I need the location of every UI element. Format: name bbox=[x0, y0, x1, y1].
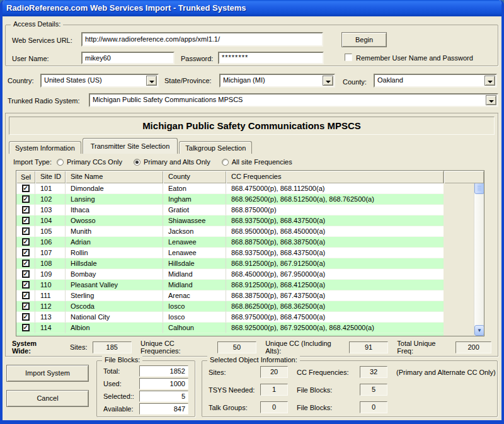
table-row[interactable]: ✓ 103 Ithaca Gratiot 868.875000(p) bbox=[16, 205, 444, 215]
table-row[interactable]: ✓ 112 Oscoda Iosco 868.862500(p), 868.36… bbox=[16, 301, 444, 312]
county-cell: Lenawee bbox=[163, 248, 226, 258]
site-id-cell: 113 bbox=[35, 312, 66, 323]
sw-unique-cc-value: 50 bbox=[217, 341, 256, 353]
table-row[interactable]: ✓ 114 Albion Calhoun 868.925000(p), 867.… bbox=[16, 323, 444, 333]
table-row[interactable]: ✓ 101 Dimondale Eaton 868.475000(p), 868… bbox=[16, 183, 444, 194]
table-row[interactable]: ✓ 104 Owosso Shiawassee 868.937500(p), 8… bbox=[16, 215, 444, 226]
selected-object-info-group: Selected Object Information: Sites: 20 C… bbox=[202, 360, 498, 417]
table-row[interactable]: ✓ 110 Pleasant Valley Midland 868.912500… bbox=[16, 280, 444, 290]
country-combo[interactable]: United States (US) bbox=[40, 74, 159, 88]
county-cell: Jackson bbox=[163, 226, 226, 237]
country-dropdown-button[interactable] bbox=[146, 76, 157, 86]
access-details-label: Access Details: bbox=[11, 20, 63, 28]
site-name-cell: Dimondale bbox=[66, 183, 163, 194]
url-label: Web Services URL: bbox=[12, 37, 72, 44]
row-select-checkbox[interactable]: ✓ bbox=[22, 185, 30, 192]
table-row[interactable]: ✓ 105 Munith Jackson 868.950000(p), 868.… bbox=[16, 226, 444, 237]
si-tsys-value: 1 bbox=[260, 384, 288, 396]
scrollbar-thumb[interactable] bbox=[474, 182, 484, 194]
cc-frequencies-cell: 868.912500(p), 867.912500(a) bbox=[226, 258, 444, 269]
radio-primary-and-alts-only[interactable] bbox=[134, 159, 140, 166]
table-row[interactable]: ✓ 107 Rollin Lenawee 868.937500(p), 868.… bbox=[16, 248, 444, 258]
county-cell: Hillsdale bbox=[163, 258, 226, 269]
row-select-checkbox[interactable]: ✓ bbox=[22, 324, 30, 331]
scrollbar-down-button[interactable]: ▼ bbox=[474, 325, 484, 336]
cancel-button[interactable]: Cancel bbox=[6, 390, 89, 407]
state-combo[interactable]: Michigan (MI) bbox=[219, 74, 335, 88]
site-id-cell: 102 bbox=[35, 194, 66, 205]
row-select-checkbox[interactable]: ✓ bbox=[22, 260, 30, 267]
row-select-checkbox[interactable]: ✓ bbox=[22, 292, 30, 299]
url-input[interactable]: http://www.radioreference.com/apps/xml1.… bbox=[81, 32, 323, 47]
column-header-site-id[interactable]: Site ID bbox=[35, 171, 66, 183]
row-select-checkbox[interactable]: ✓ bbox=[22, 313, 30, 321]
sw-unique-cc-label: Unique CC Frequencies: bbox=[140, 340, 212, 355]
password-input[interactable]: ******** bbox=[218, 52, 324, 64]
si-tg-value: 0 bbox=[260, 401, 288, 413]
remember-checkbox[interactable] bbox=[345, 54, 352, 61]
site-name-cell: Munith bbox=[66, 226, 163, 237]
trunked-system-dropdown-button[interactable] bbox=[486, 95, 496, 105]
begin-button[interactable]: Begin bbox=[341, 32, 387, 47]
table-row[interactable]: ✓ 109 Bombay Midland 868.450000(p), 867.… bbox=[16, 269, 444, 280]
password-label: Password: bbox=[181, 55, 213, 62]
table-row[interactable]: ✓ 111 Sterling Arenac 868.387500(p), 867… bbox=[16, 290, 444, 301]
site-name-cell: Owosso bbox=[66, 215, 163, 226]
state-dropdown-button[interactable] bbox=[323, 76, 333, 86]
radio-primary-ccs-only[interactable] bbox=[57, 159, 64, 166]
radio-all-site-frequencies[interactable] bbox=[222, 159, 229, 166]
trunked-system-combo[interactable]: Michigan Public Safety Communications MP… bbox=[89, 93, 498, 107]
vertical-scrollbar[interactable]: ▲ ▼ bbox=[474, 171, 484, 336]
row-select-checkbox[interactable]: ✓ bbox=[22, 217, 30, 224]
row-select-checkbox[interactable]: ✓ bbox=[22, 238, 30, 246]
import-system-button[interactable]: Import System bbox=[6, 365, 89, 382]
chevron-down-icon bbox=[489, 100, 494, 105]
site-name-cell: Pleasant Valley bbox=[66, 280, 163, 290]
column-header-sel[interactable]: Sel bbox=[16, 171, 35, 183]
fb-total-value: 1852 bbox=[139, 365, 188, 377]
row-select-checkbox[interactable]: ✓ bbox=[22, 195, 30, 203]
tab-transmitter-site-selection[interactable]: Transmitter Site Selection bbox=[83, 138, 178, 154]
table-row[interactable]: ✓ 113 National City Iosco 868.975000(p),… bbox=[16, 312, 444, 323]
cc-frequencies-cell: 868.925000(p), 867.925000(a), 868.425000… bbox=[226, 323, 444, 333]
fb-available-label: Available: bbox=[103, 405, 134, 413]
site-name-cell: Hillsdale bbox=[66, 258, 163, 269]
row-select-checkbox[interactable]: ✓ bbox=[22, 281, 30, 289]
cc-frequencies-cell: 868.912500(p), 868.412500(a) bbox=[226, 280, 444, 290]
fb-available-value: 847 bbox=[139, 403, 188, 415]
column-header-county[interactable]: County bbox=[163, 171, 226, 183]
column-header-site-name[interactable]: Site Name bbox=[66, 171, 163, 183]
sw-unique-cc-alts-value: 91 bbox=[349, 341, 388, 353]
row-select-checkbox[interactable]: ✓ bbox=[22, 270, 30, 278]
state-label: State/Province: bbox=[164, 77, 212, 84]
site-id-cell: 107 bbox=[35, 248, 66, 258]
row-select-checkbox[interactable]: ✓ bbox=[22, 249, 30, 256]
county-cell: Iosco bbox=[163, 301, 226, 312]
column-header-cc-frequencies[interactable]: CC Frequencies bbox=[226, 171, 444, 183]
access-details-group: Access Details: Web Services URL: http:/… bbox=[5, 25, 498, 66]
county-dropdown-button[interactable] bbox=[484, 76, 495, 86]
cc-frequencies-cell: 868.937500(p), 868.437500(a) bbox=[226, 215, 444, 226]
county-combo[interactable]: Oakland bbox=[374, 74, 497, 88]
si-cc-label: CC Frequencies: bbox=[297, 369, 355, 376]
title-bar[interactable]: RadioReference.com Web Services Import -… bbox=[0, 0, 504, 16]
state-value: Michigan (MI) bbox=[223, 76, 321, 84]
fb-selected-label: Selected:: bbox=[103, 392, 134, 400]
table-row[interactable]: ✓ 106 Adrian Lenawee 868.887500(p), 868.… bbox=[16, 237, 444, 248]
username-input[interactable]: mikey60 bbox=[81, 52, 175, 64]
selected-object-info-label: Selected Object Information: bbox=[207, 356, 300, 364]
row-select-checkbox[interactable]: ✓ bbox=[22, 206, 30, 214]
chevron-down-icon bbox=[149, 81, 154, 86]
table-row[interactable]: ✓ 102 Lansing Ingham 868.962500(p), 868.… bbox=[16, 194, 444, 205]
table-row[interactable]: ✓ 108 Hillsdale Hillsdale 868.912500(p),… bbox=[16, 258, 444, 269]
site-id-cell: 106 bbox=[35, 237, 66, 248]
chevron-down-icon: ▼ bbox=[477, 328, 482, 333]
site-id-cell: 101 bbox=[35, 183, 66, 194]
row-select-checkbox[interactable]: ✓ bbox=[22, 302, 30, 310]
tab-talkgroup-selection[interactable]: Talkgroup Selection bbox=[179, 141, 252, 154]
cc-frequencies-cell: 868.975000(p), 868.475000(a) bbox=[226, 312, 444, 323]
row-select-checkbox[interactable]: ✓ bbox=[22, 227, 30, 235]
tab-system-information[interactable]: System Information bbox=[9, 141, 81, 154]
cc-frequencies-cell: 868.950000(p), 868.450000(a) bbox=[226, 226, 444, 237]
site-table-header: Sel Site ID Site Name County CC Frequenc… bbox=[16, 171, 484, 183]
